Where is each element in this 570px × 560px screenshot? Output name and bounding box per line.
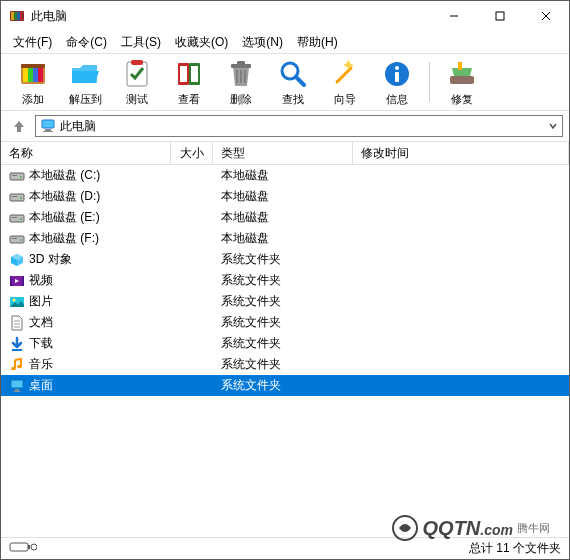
svg-rect-37 [43,131,53,132]
music-icon [9,357,25,373]
menu-command[interactable]: 命令(C) [60,32,113,53]
battery-icon [9,541,37,553]
list-item[interactable]: 音乐系统文件夹 [1,354,569,375]
address-dropdown[interactable] [544,116,562,136]
item-size [171,385,213,387]
item-type: 系统文件夹 [213,271,353,290]
header-type[interactable]: 类型 [213,142,353,164]
svg-point-55 [13,298,16,301]
item-size [171,364,213,366]
menu-bar: 文件(F) 命令(C) 工具(S) 收藏夹(O) 选项(N) 帮助(H) [1,31,569,53]
view-button[interactable]: 查看 [165,56,213,108]
item-size [171,301,213,303]
delete-button[interactable]: 删除 [217,56,265,108]
list-item[interactable]: 本地磁盘 (D:)本地磁盘 [1,186,569,207]
svg-rect-52 [22,276,24,286]
address-bar[interactable]: 此电脑 [35,115,563,137]
item-size [171,175,213,177]
header-date[interactable]: 修改时间 [353,142,569,164]
item-size [171,259,213,261]
list-item[interactable]: 本地磁盘 (F:)本地磁盘 [1,228,569,249]
window-title: 此电脑 [31,8,67,25]
drive-icon [9,189,25,205]
list-item[interactable]: 3D 对象系统文件夹 [1,249,569,270]
file-list[interactable]: 本地磁盘 (C:)本地磁盘本地磁盘 (D:)本地磁盘本地磁盘 (E:)本地磁盘本… [1,165,569,537]
list-item[interactable]: 桌面系统文件夹 [1,375,569,396]
item-date [353,322,569,324]
item-name: 图片 [29,293,53,310]
repair-label: 修复 [451,92,473,107]
search-icon [277,58,309,90]
minimize-button[interactable] [431,1,477,31]
svg-line-28 [337,68,351,82]
svg-rect-4 [20,12,22,20]
item-size [171,196,213,198]
extract-button[interactable]: 解压到 [61,56,109,108]
book-icon [173,58,205,90]
item-type: 系统文件夹 [213,376,353,395]
item-date [353,175,569,177]
svg-rect-63 [15,389,19,391]
svg-rect-14 [21,64,45,68]
repair-button[interactable]: 修复 [438,56,486,108]
item-name: 下载 [29,335,53,352]
item-size [171,217,213,219]
svg-point-61 [17,364,22,368]
list-item[interactable]: 本地磁盘 (C:)本地磁盘 [1,165,569,186]
item-type: 系统文件夹 [213,355,353,374]
list-item[interactable]: 文档系统文件夹 [1,312,569,333]
svg-rect-36 [45,129,51,131]
svg-rect-38 [10,173,24,180]
up-button[interactable] [7,114,31,138]
svg-rect-44 [10,215,24,222]
wizard-label: 向导 [334,92,356,107]
svg-rect-12 [33,68,38,82]
svg-rect-33 [450,76,474,84]
clipboard-check-icon [121,58,153,90]
item-name: 视频 [29,272,53,289]
item-date [353,280,569,282]
menu-tools[interactable]: 工具(S) [115,32,167,53]
drive-icon [9,168,25,184]
document-icon [9,315,25,331]
add-label: 添加 [22,92,44,107]
menu-favorites[interactable]: 收藏夹(O) [169,32,234,53]
find-label: 查找 [282,92,304,107]
test-button[interactable]: 测试 [113,56,161,108]
drive-icon [9,231,25,247]
info-button[interactable]: 信息 [373,56,421,108]
menu-help[interactable]: 帮助(H) [291,32,344,53]
svg-rect-47 [10,236,24,243]
svg-rect-35 [42,120,54,128]
svg-point-67 [31,544,37,550]
item-type: 本地磁盘 [213,187,353,206]
list-item[interactable]: 视频系统文件夹 [1,270,569,291]
item-type: 本地磁盘 [213,229,353,248]
svg-rect-51 [10,276,12,286]
list-item[interactable]: 图片系统文件夹 [1,291,569,312]
menu-options[interactable]: 选项(N) [236,32,289,53]
svg-rect-65 [10,543,28,551]
header-name[interactable]: 名称 [1,142,171,164]
find-button[interactable]: 查找 [269,56,317,108]
toolbar: 添加 解压到 测试 查看 删除 查找 向导 信息 [1,53,569,111]
trash-icon [225,58,257,90]
wizard-button[interactable]: 向导 [321,56,369,108]
svg-rect-1 [11,12,14,20]
svg-rect-34 [458,62,462,70]
menu-file[interactable]: 文件(F) [7,32,58,53]
add-button[interactable]: 添加 [9,56,57,108]
close-button[interactable] [523,1,569,31]
3d-icon [9,252,25,268]
item-date [353,259,569,261]
item-type: 系统文件夹 [213,250,353,269]
item-date [353,301,569,303]
item-type: 系统文件夹 [213,292,353,311]
maximize-button[interactable] [477,1,523,31]
info-label: 信息 [386,92,408,107]
item-date [353,217,569,219]
list-item[interactable]: 本地磁盘 (E:)本地磁盘 [1,207,569,228]
app-icon [9,8,25,24]
header-size[interactable]: 大小 [171,142,213,164]
list-item[interactable]: 下载系统文件夹 [1,333,569,354]
